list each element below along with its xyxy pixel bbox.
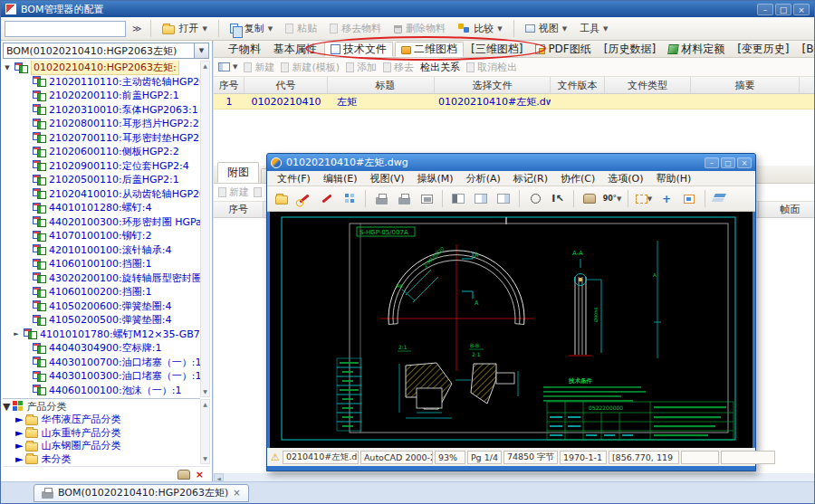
category-root-item[interactable]: ▼ 产品分类 [3, 400, 200, 414]
view-button[interactable]: 视图▼ [521, 20, 571, 37]
panel-left-button[interactable] [448, 189, 468, 208]
tools-button[interactable]: 工具▼ [575, 20, 612, 37]
zoom-window-button[interactable]: ▼ [634, 189, 654, 208]
new-doc-button[interactable]: 新建 [244, 61, 274, 74]
markup-load-button[interactable] [294, 189, 314, 208]
tree-item[interactable]: 21020800110:耳形挡片HGP2:2 [3, 117, 200, 131]
tree-item[interactable]: 21020310010:泵体HGP2063:1 [3, 103, 200, 118]
cad-menu-item[interactable]: 分析(A) [460, 172, 507, 185]
table-row[interactable]: 1 01020210410 左矩 01020210410#左矩.dwg [214, 94, 814, 109]
task-tab-close-icon[interactable]: × [233, 488, 240, 498]
print-preview-button[interactable] [417, 189, 436, 208]
tree-item[interactable]: 21020900110:定位套HGP2:4 [3, 159, 200, 174]
tree-item[interactable]: 41060100200:挡圈:1 [3, 285, 200, 300]
scroll-up-icon[interactable]: ▲ [201, 62, 209, 71]
layers-button[interactable] [711, 189, 731, 208]
tree-root-item[interactable]: ▼ 01020210410:HGP2063左矩: [3, 61, 200, 75]
doc-tab[interactable]: PDF图纸 [530, 42, 596, 57]
cad-menu-item[interactable]: 编辑(E) [317, 172, 364, 185]
cad-menu-item[interactable]: 标记(R) [507, 172, 554, 185]
col-header[interactable]: 文件类型 [605, 77, 691, 93]
tree-item[interactable]: 44030100700:油口堵塞（一）:1 [3, 356, 200, 370]
cad-menu-item[interactable]: 文件(F) [271, 172, 317, 185]
expander-icon[interactable]: ► [15, 453, 23, 465]
panel-pages-button[interactable] [471, 189, 491, 208]
new-template-button[interactable]: 新建(模板) [281, 61, 340, 74]
col-header[interactable]: 序号 [214, 202, 264, 217]
tree-item[interactable]: 41050200600:弹簧垫圈:4 [3, 300, 200, 314]
open-button[interactable]: 打开▼ [158, 20, 211, 37]
rotate-90-button[interactable]: 90°▼ [602, 189, 622, 208]
cancel-checkout-button[interactable]: 取消检出 [466, 61, 517, 74]
cad-menu-item[interactable]: 协作(C) [554, 172, 601, 185]
doc-tab[interactable]: 技术文件 [324, 42, 393, 57]
tree-item[interactable]: 21020700110:耳形密封垫HGP2:2 [3, 131, 200, 146]
cad-menu-item[interactable]: 选项(O) [601, 172, 649, 185]
col-header[interactable]: 选择文件 [435, 77, 551, 93]
expander-icon[interactable]: ▼ [3, 64, 12, 71]
tree-item[interactable]: 44040304900:空标牌:1 [3, 341, 200, 356]
tree-item[interactable]: 41060100100:挡圈:1 [3, 257, 200, 271]
scroll-up-icon[interactable]: ▲ [201, 400, 209, 409]
compare-button[interactable]: 比较▼ [454, 20, 506, 37]
remove-material-button[interactable]: 移去物料 [325, 20, 386, 37]
select-text-button[interactable]: I↖ [548, 189, 568, 208]
delete-material-button[interactable]: 删除物料 [389, 20, 450, 37]
col-header[interactable]: 标题 [328, 77, 435, 93]
tree-item[interactable]: 41070100100:铆钉:2 [3, 229, 200, 243]
expander-icon[interactable]: ► [15, 414, 23, 425]
cad-maximize-button[interactable]: □ [721, 157, 735, 168]
tree-item[interactable]: 44030100300:油口堵塞（一）:1 [3, 369, 200, 384]
category-item[interactable]: ►山东重特产品分类 [3, 426, 200, 440]
doc-tab[interactable]: [BOM变更历史] [797, 42, 815, 57]
open-file-button[interactable] [272, 189, 292, 208]
tree-item[interactable]: 43020200100:旋转轴唇型密封圈:2 [3, 271, 200, 286]
block-list-button[interactable] [340, 189, 360, 208]
expander-icon[interactable]: ▼ [3, 401, 10, 413]
checkout-relation-button[interactable]: 检出关系 [420, 61, 460, 74]
tree-item[interactable]: 42010100100:滚针轴承:4 [3, 243, 200, 258]
expand-chevron-icon[interactable]: ≫ [129, 24, 144, 33]
col-header[interactable]: 文件版本 [551, 77, 605, 93]
col-header[interactable]: 摘要 [691, 77, 800, 93]
search-input[interactable] [5, 21, 126, 37]
col-header[interactable]: 帧面 [758, 202, 815, 217]
print-button[interactable] [371, 189, 391, 208]
bom-selector[interactable]: BOM(01020210410:HGP2063左矩) ▼ [3, 43, 209, 59]
remove-doc-button[interactable]: 移去 [383, 61, 414, 74]
scroll-down-icon[interactable]: ▼ [201, 387, 209, 396]
cad-menu-item[interactable]: 视图(V) [363, 172, 410, 185]
category-item[interactable]: ►华伟液压产品分类 [3, 414, 200, 427]
tree-item[interactable]: 44010101280:螺钉:4 [3, 201, 200, 215]
view-mode-button[interactable]: ▼ [218, 62, 237, 71]
checkout-hand-icon[interactable] [177, 470, 190, 480]
pan-button[interactable] [580, 189, 599, 208]
scroll-down-icon[interactable]: ▼ [201, 454, 209, 463]
close-panel-icon[interactable]: × [196, 469, 204, 480]
zoom-circle-button[interactable] [525, 189, 545, 208]
expander-icon[interactable]: ► [12, 330, 21, 338]
tree-item[interactable]: 21020410010:从动齿轮轴HGP2063:1 [3, 187, 200, 202]
maximize-button[interactable]: □ [775, 4, 791, 15]
copy-button[interactable]: 复制▼ [225, 20, 277, 37]
category-scrollbar[interactable]: ▲ ▼ [200, 399, 210, 464]
col-header[interactable]: 代号 [244, 77, 328, 93]
tree-scrollbar[interactable]: ▲ ▼ [200, 61, 210, 397]
col-header[interactable]: 序号 [214, 77, 244, 93]
category-item[interactable]: ►未分类 [3, 452, 200, 465]
attachment-new-button[interactable]: 新建 [218, 185, 249, 199]
doc-tab[interactable]: [变更历史] [732, 42, 794, 57]
minimize-button[interactable]: – [757, 4, 773, 15]
dropdown-arrow-icon[interactable]: ▼ [194, 43, 208, 58]
doc-tab[interactable]: [历史数据] [599, 42, 661, 57]
print-setup-button[interactable] [394, 189, 414, 208]
tree-item[interactable]: 21020200110:前盖HGP2:1 [3, 89, 200, 103]
expander-icon[interactable]: ► [15, 440, 23, 452]
tree-item[interactable]: 21020110110:主动齿轮轴HGP2063矩（A):1 [3, 75, 200, 90]
scroll-left-icon[interactable]: ◄ [214, 473, 224, 481]
tree-item[interactable]: 21020500110:后盖HGP2:1 [3, 173, 200, 187]
tree-item[interactable]: 21020600110:侧板HGP2:2 [3, 145, 200, 159]
add-doc-button[interactable]: 添加 [346, 61, 377, 74]
cad-menu-item[interactable]: 帮助(H) [650, 172, 698, 185]
zoom-fit-button[interactable]: + [657, 189, 676, 208]
